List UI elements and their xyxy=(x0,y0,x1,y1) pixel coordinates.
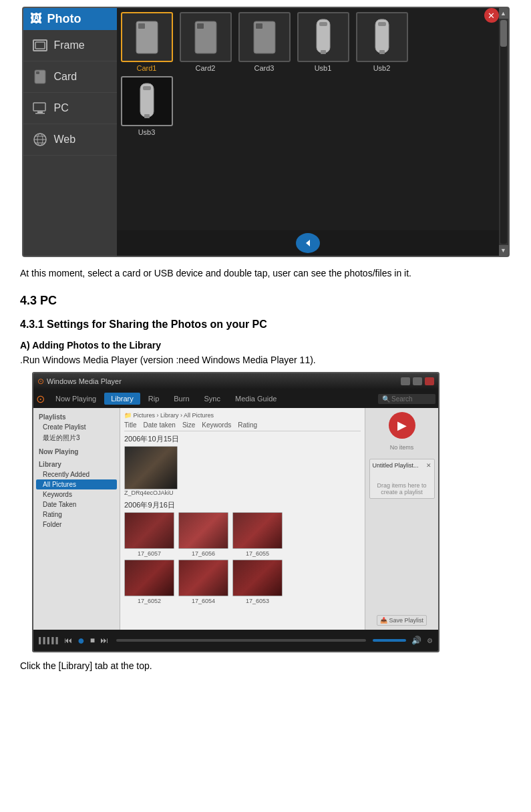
wmp-sidebar: Playlists Create Playlist 最近的照片3 Now Pla… xyxy=(33,408,120,630)
wmp-settings-icon[interactable]: ⚙ xyxy=(427,637,433,644)
svg-rect-22 xyxy=(378,22,386,26)
group1-thumb: Z_DRq4ecOJAkiU xyxy=(124,446,178,496)
photo-sidebar: 🖼 Photo Frame Card xyxy=(23,8,117,256)
sidebar-all-pictures[interactable]: All Pictures xyxy=(36,479,117,489)
run-text: .Run Windows Media Player (version :need… xyxy=(20,355,511,365)
tab-sync[interactable]: Sync xyxy=(198,393,227,405)
date-group-2: 2006年9月16日 xyxy=(124,500,361,510)
sidebar-item-web[interactable]: Web xyxy=(23,124,117,156)
sidebar-section-playlists: Playlists xyxy=(36,412,117,422)
bottom-bar xyxy=(117,230,499,256)
svg-rect-17 xyxy=(256,23,262,29)
card3-thumb[interactable] xyxy=(238,12,291,62)
card-icon xyxy=(33,71,47,83)
col-date: Date taken xyxy=(144,421,176,429)
sidebar-label-pc: PC xyxy=(54,102,69,114)
wmp-bottom-bar: ▌▌▌▌▌ ⏮ ● ■ ⏭ 🔊 ⚙ xyxy=(33,630,438,651)
sidebar-item-card[interactable]: Card xyxy=(23,61,117,93)
wmp-maximize-btn[interactable] xyxy=(413,377,422,385)
sidebar-recently-added[interactable]: Recently Added xyxy=(36,469,117,479)
sidebar-date-taken[interactable]: Date Taken xyxy=(36,499,117,510)
photo-header: 🖼 Photo xyxy=(23,8,117,30)
wmp-right-panel: ▶ No items Untitled Playlist... ✕ Drag i… xyxy=(365,408,438,630)
scroll-up-arrow[interactable]: ▲ xyxy=(499,8,508,19)
wmp-play-button[interactable]: ▶ xyxy=(389,412,415,439)
svg-rect-13 xyxy=(138,23,145,29)
usb3-thumb[interactable] xyxy=(121,76,173,126)
svg-rect-19 xyxy=(319,22,327,26)
save-playlist-button[interactable]: 📥 Save Playlist xyxy=(377,615,427,626)
device-card1[interactable]: Card1 xyxy=(121,12,173,72)
section-43-heading: 4.3 PC xyxy=(20,294,511,308)
col-title: Title xyxy=(124,421,137,429)
usb2-thumb[interactable] xyxy=(356,12,408,62)
svg-rect-23 xyxy=(379,50,385,54)
sidebar-section-library: Library xyxy=(36,459,117,469)
scrollbar[interactable]: ▲ ▼ xyxy=(499,8,508,256)
sidebar-section-nowplaying: Now Playing xyxy=(36,447,117,457)
photo-header-icon: 🖼 xyxy=(30,12,42,26)
card2-thumb[interactable] xyxy=(180,12,232,62)
close-button[interactable]: ✕ xyxy=(484,8,499,23)
scrollbar-thumb xyxy=(500,20,507,47)
wmp-stop-btn[interactable]: ■ xyxy=(89,636,96,645)
sidebar-rating[interactable]: Rating xyxy=(36,510,117,520)
photo-ui-screenshot: ✕ 🖼 Photo Frame xyxy=(22,7,510,257)
tab-now-playing[interactable]: Now Playing xyxy=(49,393,103,405)
playlist-close[interactable]: ✕ xyxy=(426,462,431,469)
wmp-close-btn[interactable] xyxy=(425,377,434,385)
col-rating: Rating xyxy=(238,421,257,429)
section-431-heading: 4.3.1 Settings for Sharing the Photos on… xyxy=(20,319,511,331)
sidebar-keywords[interactable]: Keywords xyxy=(36,489,117,499)
card1-thumb[interactable] xyxy=(121,12,173,62)
sidebar-item-frame[interactable]: Frame xyxy=(23,30,117,61)
device-usb1[interactable]: Usb1 xyxy=(297,12,349,72)
sidebar-item-pc[interactable]: PC xyxy=(23,93,117,124)
description-text: At this moment, select a card or USB dev… xyxy=(20,266,511,280)
device-usb2[interactable]: Usb2 xyxy=(356,12,408,72)
wmp-content: 📁 Pictures › Library › All Pictures Titl… xyxy=(120,408,365,630)
tab-media-guide[interactable]: Media Guide xyxy=(228,393,283,405)
wmp-logo-icon: ⊙ xyxy=(37,377,44,386)
wmp-prev-btn[interactable]: ⏮ xyxy=(63,636,73,645)
device-card2[interactable]: Card2 xyxy=(180,12,232,72)
tab-library[interactable]: Library xyxy=(104,393,140,405)
usb1-thumb[interactable] xyxy=(297,12,349,62)
group2-thumbs: 17_6057 17_6056 17_6055 xyxy=(124,512,361,557)
group3-thumbs: 17_6052 17_6054 17_6053 xyxy=(124,560,361,604)
search-input[interactable] xyxy=(391,395,431,403)
device-usb3[interactable]: Usb3 xyxy=(121,76,173,136)
device-row-1: Card1 Card2 xyxy=(121,12,495,72)
wmp-play-pause-btn[interactable]: ● xyxy=(76,634,86,648)
wmp-progress-bar[interactable] xyxy=(116,639,366,642)
svg-rect-15 xyxy=(197,23,204,29)
wmp-minimize-btn[interactable] xyxy=(401,377,410,385)
thumb-17-6053: 17_6053 xyxy=(232,560,283,604)
tab-rip[interactable]: Rip xyxy=(142,393,166,405)
search-icon: 🔍 xyxy=(382,395,390,403)
back-button[interactable] xyxy=(296,233,320,253)
thumb-main-1 xyxy=(124,446,178,489)
click-text: Click the [Library] tab at the top. xyxy=(20,660,511,671)
wmp-next-btn[interactable]: ⏭ xyxy=(99,636,110,645)
device-grid: Card1 Card2 xyxy=(117,8,499,256)
scroll-down-arrow[interactable]: ▼ xyxy=(499,245,508,256)
no-items-text: No items xyxy=(390,444,414,451)
wmp-volume-bar[interactable] xyxy=(373,639,406,642)
sidebar-label-web: Web xyxy=(54,134,76,146)
sidebar-recent-photos[interactable]: 最近的照片3 xyxy=(36,432,117,444)
wmp-toolbar: ⊙ Now Playing Library Rip Burn Sync Medi… xyxy=(33,389,438,408)
sidebar-create-playlist[interactable]: Create Playlist xyxy=(36,422,117,432)
scrollbar-track xyxy=(500,20,507,244)
sidebar-folder[interactable]: Folder xyxy=(36,520,117,530)
usb2-label: Usb2 xyxy=(373,64,391,72)
thumb-17-6054: 17_6054 xyxy=(178,560,228,604)
wmp-toolbar-logo: ⊙ xyxy=(36,393,45,405)
device-card3[interactable]: Card3 xyxy=(238,12,291,72)
tab-burn[interactable]: Burn xyxy=(167,393,196,405)
usb3-label: Usb3 xyxy=(138,128,156,136)
drag-text: Drag items here to create a playlist xyxy=(373,482,431,495)
col-size: Size xyxy=(182,421,195,429)
wmp-breadcrumb: 📁 Pictures › Library › All Pictures xyxy=(124,412,361,419)
device-row-2: Usb3 xyxy=(121,76,495,136)
